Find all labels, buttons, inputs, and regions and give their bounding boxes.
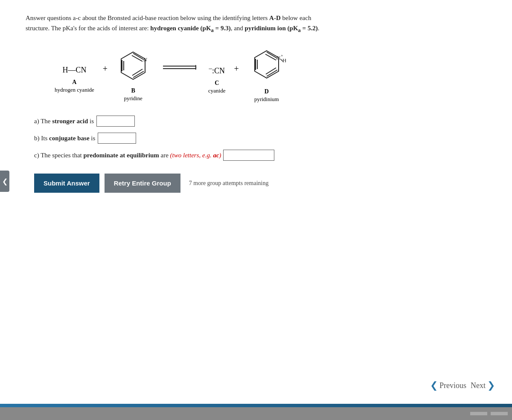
chemical-diagram: H—CN A hydrogen cyanide + N <box>51 47 486 103</box>
qb-prefix: b) Its conjugate base is <box>34 135 95 142</box>
question-c-row: c) The species that predominate at equil… <box>34 150 486 161</box>
questions-section: a) The stronger acid is b) Its conjugate… <box>34 116 486 161</box>
next-button[interactable]: Next ❯ <box>471 380 495 391</box>
question-b-row: b) Its conjugate base is <box>34 133 486 144</box>
name-c: cyanide <box>208 87 225 94</box>
pyridine-svg: N <box>116 49 150 85</box>
plus-sign-2: + <box>234 64 239 87</box>
buttons-row: Submit Answer Retry Entire Group 7 more … <box>34 174 486 193</box>
qc-input[interactable] <box>223 150 274 161</box>
previous-label: Previous <box>439 381 466 390</box>
qa-input[interactable] <box>96 116 135 127</box>
submit-answer-button[interactable]: Submit Answer <box>34 174 99 193</box>
reaction-arrow <box>162 63 196 72</box>
svg-text:N: N <box>276 55 281 61</box>
question-a-row: a) The stronger acid is <box>34 116 486 127</box>
next-chevron-icon: ❯ <box>487 380 495 391</box>
instructions-text: Answer questions a-c about the Bronsted … <box>26 13 486 35</box>
partial-btn-1[interactable] <box>470 412 487 415</box>
name-d: pyridinium <box>254 96 279 103</box>
previous-button[interactable]: ❮ Previous <box>430 380 466 391</box>
next-label: Next <box>471 381 486 390</box>
qb-input[interactable] <box>98 133 136 144</box>
svg-text:N: N <box>143 56 148 63</box>
name-b: pyridine <box>124 95 142 102</box>
label-a: A <box>72 79 76 86</box>
label-b: B <box>131 87 135 94</box>
qc-prefix: c) The species that predominate at equil… <box>34 152 221 159</box>
structure-b: N B pyridine <box>116 49 150 102</box>
bottom-bar <box>0 404 512 407</box>
partial-btn-2[interactable] <box>491 412 508 415</box>
qa-prefix: a) The stronger acid is <box>34 118 94 125</box>
name-a: hydrogen cyanide <box>55 87 94 93</box>
retry-group-button[interactable]: Retry Entire Group <box>105 174 180 193</box>
svg-marker-10 <box>195 65 196 70</box>
svg-text:H: H <box>282 57 286 64</box>
attempts-remaining: 7 more group attempts remaining <box>189 180 269 187</box>
partial-bottom-bar <box>0 407 512 420</box>
label-d: D <box>265 88 269 95</box>
plus-sign-1: + <box>103 64 108 87</box>
label-c: C <box>215 80 219 87</box>
bottom-nav: ❮ Previous Next ❯ <box>0 371 512 404</box>
hcn-formula: H—CN <box>62 66 86 75</box>
left-arrow-icon: ❮ <box>2 177 8 185</box>
cyanide-formula: –:CN <box>209 65 225 75</box>
structure-c: –:CN C cyanide <box>208 56 225 94</box>
structure-a: H—CN A hydrogen cyanide <box>55 57 94 93</box>
structure-d: N + H D pyridinium <box>247 47 286 103</box>
left-collapse-tab[interactable]: ❮ <box>0 171 9 192</box>
previous-chevron-icon: ❮ <box>430 380 438 391</box>
pyridinium-svg: N + H <box>247 47 286 86</box>
